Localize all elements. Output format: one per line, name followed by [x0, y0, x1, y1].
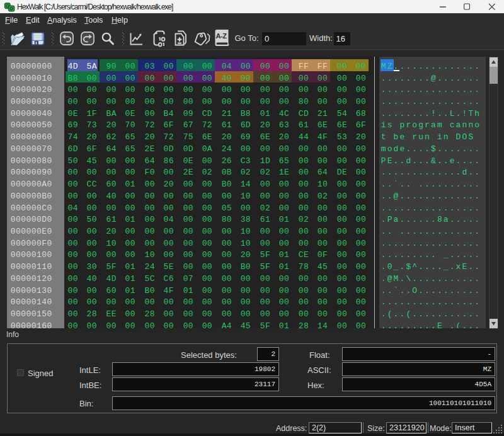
svg-text:A-Z: A-Z	[216, 32, 227, 40]
